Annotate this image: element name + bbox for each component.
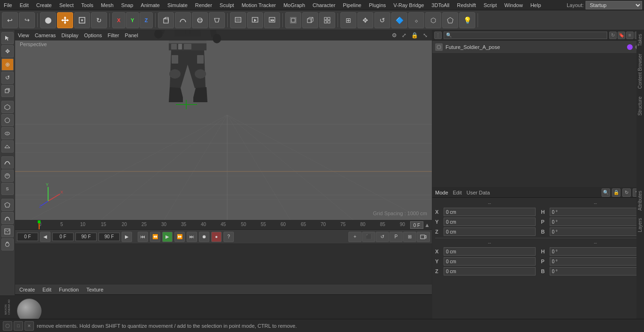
vp-display[interactable]: Display [61,32,78,38]
timeline-ruler[interactable]: 0 5 10 15 20 25 30 35 40 45 50 55 60 65 … [15,220,432,230]
menu-mesh[interactable]: Mesh [97,1,117,9]
menu-plugins[interactable]: Plugins [365,1,389,9]
light-button[interactable]: 💡 [459,12,475,28]
menu-sculpt[interactable]: Sculpt [216,1,238,9]
play-button[interactable]: ▶ [162,232,173,242]
texture-button[interactable]: Texture [84,286,106,293]
vp-icon-arrows[interactable]: ⤢ [400,32,408,39]
function-button[interactable]: Function [57,286,81,293]
status-icon-2[interactable]: □ [14,321,23,331]
deformer-button[interactable] [209,12,225,28]
edge-mode-button[interactable]: ⬡ [425,12,441,28]
perspective-view-button[interactable] [302,12,318,28]
attr-icon-refresh[interactable]: ↻ [622,188,631,197]
timeline-scroll-up[interactable]: ▲ [424,222,430,228]
key-mode-button[interactable]: P [389,232,403,242]
tool-torus[interactable] [1,127,14,139]
z-axis-button[interactable]: Z [140,12,153,28]
step-forward-button[interactable]: ⏩ [174,232,185,242]
move2-button[interactable]: ✥ [357,12,373,28]
edge-tab-takes[interactable]: Takes [636,30,644,50]
goto-end-button[interactable]: ⏭ [187,232,197,242]
menu-create[interactable]: Create [33,1,56,9]
record-button[interactable]: ⏺ [199,232,209,242]
edit-button[interactable]: Edit [40,286,54,293]
menu-pipeline[interactable]: Pipeline [339,1,365,9]
tool-cube[interactable] [1,101,14,113]
vp-cameras[interactable]: Cameras [35,32,56,38]
vp-options[interactable]: Options [84,32,102,38]
attr-icon-search[interactable]: 🔍 [602,188,610,197]
coord-x2-size[interactable] [444,247,536,256]
menu-file[interactable]: File [0,1,16,9]
create-button[interactable]: Create [17,286,37,293]
tool-camera[interactable] [1,238,14,251]
edge-tab-structure[interactable]: Structure [636,93,644,120]
menu-mograph[interactable]: MoGraph [280,1,309,9]
front-view-button[interactable] [285,12,301,28]
timeline-start-marker[interactable] [38,220,41,223]
tool-shader[interactable]: S [1,183,14,195]
attr-tab-user-data[interactable]: User Data [467,190,490,195]
redo-button[interactable]: ↪ [19,12,35,28]
tool-sphere[interactable] [1,114,14,126]
coord-h2-val[interactable] [550,247,642,256]
tool-rotate[interactable]: ↺ [1,72,14,84]
right-icon-1[interactable]: ⋮ [434,32,442,39]
playback-end-input[interactable] [99,233,120,241]
menu-tools[interactable]: Tools [77,1,97,9]
coord-b2-val[interactable] [550,267,642,275]
edge-tab-content[interactable]: Content Browser [636,50,644,92]
y-axis-button[interactable]: Y [126,12,139,28]
frame-field-input[interactable] [52,233,74,241]
edge-tab-layers[interactable]: Layers [636,214,644,236]
render-all-button[interactable] [264,12,280,28]
coord-b-val[interactable] [550,227,642,236]
coord-p-val[interactable] [550,218,642,226]
tool-polygon[interactable] [1,199,14,211]
tool-bend[interactable] [1,212,14,224]
menu-render[interactable]: Render [191,1,216,9]
key-select-button[interactable]: ⬛ [362,232,375,242]
coord-y2-size[interactable] [444,257,536,266]
object-mode-button[interactable]: 🔷 [391,12,407,28]
move-button[interactable] [57,12,73,28]
coord-z-pos[interactable] [444,227,536,236]
menu-character[interactable]: Character [309,1,339,9]
right-search-area[interactable]: 🔍 [444,32,607,39]
menu-simulate[interactable]: Simulate [164,1,191,9]
multi-view-button[interactable] [319,12,335,28]
key-grid-button[interactable]: ⊞ [403,232,416,242]
edge-tab-attributes[interactable]: Attributes [636,187,644,214]
attr-tab-edit[interactable]: Edit [453,190,462,195]
x-axis-button[interactable]: X [112,12,125,28]
tool-3d[interactable] [1,85,14,97]
tool-path[interactable] [1,156,14,169]
render-button[interactable] [247,12,263,28]
menu-window[interactable]: Window [501,1,527,9]
attr-icon-lock[interactable]: 🔒 [612,188,620,197]
menu-help[interactable]: Help [527,1,545,9]
menu-redshift[interactable]: Redshift [453,1,479,9]
start-frame-input[interactable] [17,233,38,241]
rotate2-button[interactable]: ↺ [374,12,390,28]
goto-start-button[interactable]: ⏮ [138,232,148,242]
vp-icon-settings[interactable]: ⚙ [390,32,398,39]
menu-animate[interactable]: Animate [137,1,164,9]
menu-snap[interactable]: Snap [117,1,137,9]
status-icon-1[interactable] [3,321,12,331]
undo-button[interactable]: ↩ [2,12,18,28]
coord-y-pos[interactable] [444,218,536,226]
tool-scale[interactable]: ⊕ [1,58,14,71]
frame-step-down[interactable]: ◀ [40,232,50,242]
coord-h-val[interactable] [550,208,642,216]
frame-step-up[interactable]: ▶ [122,232,132,242]
menu-edit[interactable]: Edit [16,1,33,9]
key-loop-button[interactable]: ↺ [376,232,389,242]
layout-select[interactable]: Startup [586,1,642,9]
vp-icon-lock[interactable]: 🔒 [410,32,420,39]
menu-script[interactable]: Script [480,1,501,9]
coord-z2-size[interactable] [444,267,536,275]
tool-terrain[interactable] [1,225,14,237]
coord-x-pos[interactable] [444,208,536,216]
